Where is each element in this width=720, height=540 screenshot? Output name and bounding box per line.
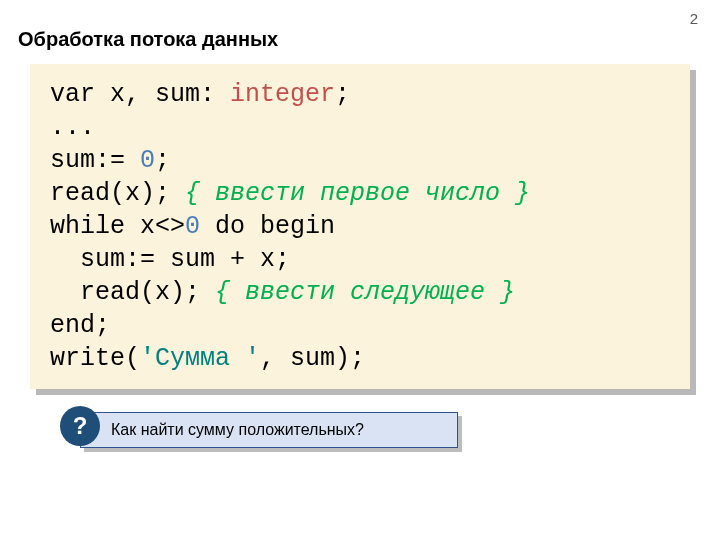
code-block: var x, sum: integer; ... sum:= 0; read(x…	[30, 64, 690, 389]
code-text: while x<>	[50, 212, 185, 241]
code-number: 0	[140, 146, 155, 175]
code-comment: { ввести следующее }	[215, 278, 515, 307]
code-text: end;	[50, 311, 110, 340]
page-title: Обработка потока данных	[18, 28, 278, 51]
question-badge: ?	[60, 406, 100, 446]
code-text: , sum);	[260, 344, 365, 373]
question-callout: Как найти сумму положительных?	[80, 412, 458, 448]
question-mark-icon: ?	[73, 412, 88, 440]
code-text: read(x);	[50, 278, 215, 307]
code-text: sum:=	[50, 146, 140, 175]
code-text: write(	[50, 344, 140, 373]
code-text: sum:= sum + x;	[50, 245, 290, 274]
code-text: ;	[155, 146, 170, 175]
code-text: read(x);	[50, 179, 185, 208]
code-string: 'Сумма '	[140, 344, 260, 373]
code-number: 0	[185, 212, 200, 241]
page-number: 2	[690, 10, 698, 27]
code-keyword: integer	[230, 80, 335, 109]
code-text: ...	[50, 113, 95, 142]
code-comment: { ввести первое число }	[185, 179, 530, 208]
callout-body: Как найти сумму положительных?	[80, 412, 458, 448]
code-text: ;	[335, 80, 350, 109]
code-text: do begin	[200, 212, 335, 241]
callout-text: Как найти сумму положительных?	[111, 421, 364, 439]
code-text: var x, sum:	[50, 80, 230, 109]
code-block-wrapper: var x, sum: integer; ... sum:= 0; read(x…	[30, 64, 690, 389]
